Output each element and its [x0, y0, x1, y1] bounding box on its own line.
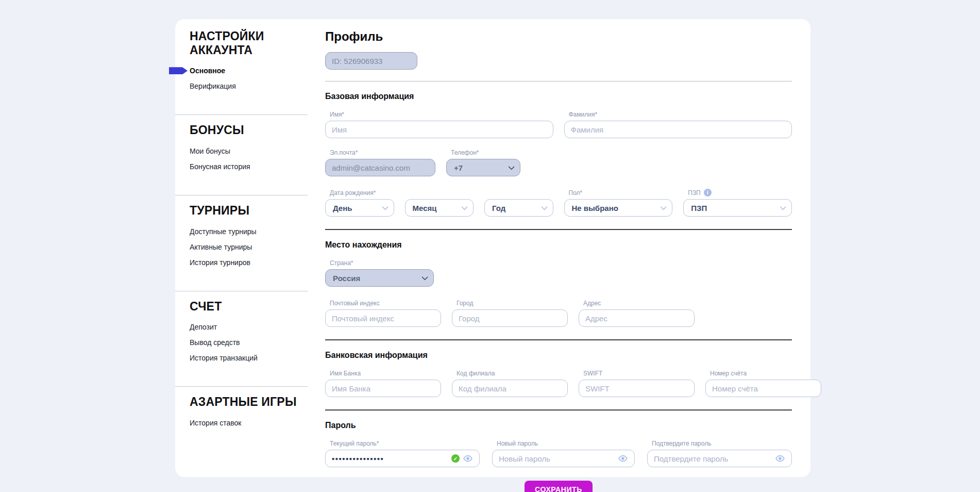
city-label: Город — [457, 299, 568, 307]
bank-name-field-group: Имя Банка — [325, 369, 441, 397]
gender-label: Пол* — [569, 189, 673, 196]
branch-code-input[interactable] — [459, 384, 561, 393]
first-name-input[interactable] — [332, 125, 547, 134]
sidebar-item-label: История ставок — [190, 419, 241, 427]
current-password-label: Текущий пароль* — [330, 439, 480, 447]
pzp-field-group: ПЗП i ПЗП — [683, 189, 792, 217]
birth-day-select[interactable]: День — [325, 199, 394, 217]
page-title: Профиль — [325, 29, 792, 44]
gender-field-group: Пол* Не выбрано — [564, 189, 673, 217]
sidebar-group-tournaments: ТУРНИРЫ Доступные турниры Активные турни… — [175, 195, 308, 281]
last-name-field-group: Фамилия* — [564, 110, 792, 138]
first-name-field-group: Имя* — [325, 110, 553, 138]
account-number-field-group: Номер счёта — [705, 369, 821, 397]
sidebar-group-title: СЧЕТ — [175, 291, 308, 320]
basic-info-heading: Базовая информация — [325, 92, 792, 101]
sidebar-item-tournament-history[interactable]: История турниров — [175, 255, 308, 270]
sidebar-item-label: Доступные турниры — [190, 227, 257, 236]
new-password-field-group: Новый пароль — [492, 439, 635, 467]
sidebar-group-bonuses: БОНУСЫ Мои бонусы Бонусная история — [175, 115, 308, 185]
current-password-input[interactable] — [332, 454, 448, 463]
address-field-group: Адрес — [579, 299, 695, 327]
sidebar-group-title: НАСТРОЙКИ АККАУНТА — [175, 29, 308, 63]
zip-label: Почтовый индекс — [330, 299, 441, 307]
chevron-down-icon — [461, 204, 468, 210]
confirm-password-input[interactable] — [654, 454, 772, 463]
pzp-label-text: ПЗП — [688, 189, 701, 196]
sidebar-item-deposit[interactable]: Депозит — [175, 319, 308, 335]
birth-day-value: День — [333, 204, 352, 212]
address-label: Адрес — [583, 299, 695, 307]
country-value: Россия — [333, 274, 360, 283]
birth-year-value: Год — [492, 204, 505, 212]
last-name-input[interactable] — [571, 125, 786, 134]
branch-code-field-group: Код филиала — [452, 369, 568, 397]
sidebar-item-available-tournaments[interactable]: Доступные турниры — [175, 224, 308, 239]
sidebar-item-bonus-history[interactable]: Бонусная история — [175, 159, 308, 174]
sidebar-item-label: История турниров — [190, 258, 250, 267]
info-icon[interactable]: i — [704, 189, 712, 196]
bank-name-label: Имя Банка — [330, 369, 441, 377]
password-heading: Пароль — [325, 421, 792, 430]
zip-input[interactable] — [332, 314, 434, 323]
country-select[interactable]: Россия — [325, 269, 434, 287]
sidebar-item-main[interactable]: Основное — [175, 63, 308, 78]
address-input[interactable] — [585, 314, 688, 323]
sidebar-item-active-tournaments[interactable]: Активные турниры — [175, 239, 308, 255]
active-arrow-icon — [169, 67, 188, 74]
birth-month-select[interactable]: Месяц — [405, 199, 474, 217]
email-input — [332, 163, 429, 172]
phone-label: Телефон* — [451, 149, 520, 156]
account-number-label: Номер счёта — [710, 369, 821, 377]
birth-date-label: Дата рождения* — [330, 189, 553, 196]
save-button[interactable]: СОХРАНИТЬ — [525, 481, 593, 492]
profile-main: Профиль Базовая информация Имя* Фамилия* — [325, 19, 792, 477]
chevron-down-icon — [508, 163, 515, 170]
new-password-label: Новый пароль — [497, 439, 635, 447]
eye-icon[interactable] — [618, 455, 628, 462]
sidebar-item-transaction-history[interactable]: История транзакций — [175, 350, 308, 366]
account-number-input[interactable] — [712, 384, 815, 393]
sidebar-item-verification[interactable]: Верификация — [175, 78, 308, 94]
profile-id-value — [332, 57, 411, 65]
sidebar-item-label: Основное — [190, 67, 225, 75]
sidebar-group-title: БОНУСЫ — [175, 115, 308, 143]
confirm-password-field-group: Подтвердите пароль — [647, 439, 792, 467]
city-input-wrap — [452, 309, 568, 327]
first-name-input-wrap — [325, 121, 553, 138]
birth-year-select[interactable]: Год — [484, 199, 553, 217]
sidebar-item-bet-history[interactable]: История ставок — [175, 415, 308, 431]
city-input[interactable] — [459, 314, 561, 323]
sidebar-item-label: Верификация — [190, 82, 236, 90]
sidebar-item-withdrawal[interactable]: Вывод средств — [175, 335, 308, 350]
confirm-password-label: Подтвердите пароль — [652, 439, 792, 447]
phone-code-select[interactable]: +7 — [446, 159, 520, 176]
bank-info-heading: Банковская информация — [325, 351, 792, 360]
sidebar-group-account-money: СЧЕТ Депозит Вывод средств История транз… — [175, 291, 308, 376]
gender-select[interactable]: Не выбрано — [564, 199, 673, 217]
phone-code-value: +7 — [454, 163, 463, 172]
new-password-input-wrap — [492, 450, 635, 467]
section-divider — [325, 409, 792, 411]
address-input-wrap — [579, 309, 695, 327]
gender-value: Не выбрано — [572, 204, 618, 212]
eye-icon[interactable] — [463, 455, 473, 462]
bank-name-input[interactable] — [332, 384, 434, 393]
new-password-input[interactable] — [499, 454, 615, 463]
zip-field-group: Почтовый индекс — [325, 299, 441, 327]
sidebar-item-label: Активные турниры — [190, 243, 252, 251]
country-field-group: Страна* Россия — [325, 259, 434, 287]
account-number-input-wrap — [705, 380, 821, 397]
current-password-input-wrap: ✓ — [325, 450, 480, 467]
chevron-down-icon — [661, 204, 667, 210]
section-divider — [325, 81, 792, 81]
bank-name-input-wrap — [325, 380, 441, 397]
pzp-select[interactable]: ПЗП — [683, 199, 792, 217]
eye-icon[interactable] — [775, 455, 785, 462]
chevron-down-icon — [421, 274, 428, 281]
settings-card: НАСТРОЙКИ АККАУНТА Основное Верификация … — [175, 19, 810, 477]
first-name-label: Имя* — [330, 110, 553, 118]
swift-input-wrap — [579, 380, 695, 397]
sidebar-item-my-bonuses[interactable]: Мои бонусы — [175, 143, 308, 159]
swift-input[interactable] — [585, 384, 688, 393]
